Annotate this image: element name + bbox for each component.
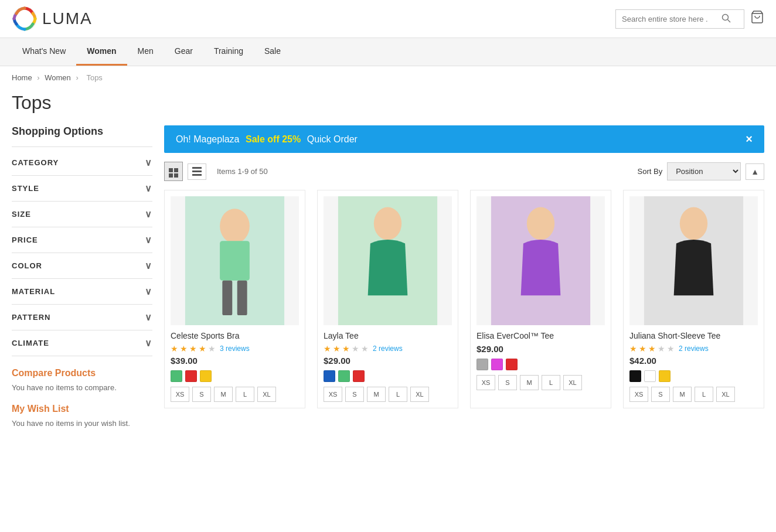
filter-pattern: PATTERN ∨ (12, 305, 152, 330)
filter-material-header[interactable]: MATERIAL ∨ (12, 279, 152, 304)
color-swatch-blue-2[interactable] (324, 370, 335, 382)
nav-item-gear[interactable]: Gear (164, 38, 203, 66)
color-swatch-purple-3[interactable] (491, 359, 503, 370)
size-xs-4[interactable]: XS (629, 387, 648, 402)
size-s-2[interactable]: S (345, 387, 364, 402)
product-link-2[interactable]: Layla Tee (324, 331, 359, 340)
sort-by-label: Sort By (638, 167, 663, 176)
star-2-4: ★ (352, 344, 359, 353)
filter-price-header[interactable]: PRICE ∨ (12, 227, 152, 253)
size-xl-2[interactable]: XL (410, 387, 429, 402)
size-m-2[interactable]: M (367, 387, 386, 402)
size-l-2[interactable]: L (389, 387, 407, 402)
product-image-2 (324, 196, 452, 325)
logo[interactable]: LUMA (12, 6, 93, 32)
shopping-options-title: Shopping Options (12, 125, 152, 147)
size-m-4[interactable]: M (673, 387, 692, 402)
nav-item-whats-new[interactable]: What's New (12, 38, 76, 66)
color-swatch-red-1[interactable] (185, 370, 197, 382)
nav-link-training[interactable]: Training (203, 38, 254, 64)
nav-link-gear[interactable]: Gear (164, 38, 203, 64)
product-stars-2: ★ ★ ★ ★ ★ 2 reviews (324, 344, 452, 353)
product-link-4[interactable]: Juliana Short-Sleeve Tee (629, 331, 720, 340)
size-xl-3[interactable]: XL (563, 375, 582, 390)
grid-view-button[interactable] (164, 162, 183, 181)
size-xl-1[interactable]: XL (257, 387, 276, 402)
product-card-1: Celeste Sports Bra ★ ★ ★ ★ ★ 3 reviews $… (164, 190, 305, 408)
svg-point-5 (220, 209, 250, 243)
color-swatch-yellow-4[interactable] (659, 370, 671, 382)
wish-list-title: My Wish List (12, 404, 152, 414)
reviews-link-1[interactable]: 3 reviews (220, 345, 250, 353)
product-price-3: $29.00 (477, 344, 605, 354)
sort-select[interactable]: Position Product Name Price (667, 162, 741, 180)
color-swatch-green-2[interactable] (338, 370, 350, 382)
nav-item-sale[interactable]: Sale (254, 38, 291, 66)
size-m-1[interactable]: M (214, 387, 233, 402)
sort-asc-button[interactable]: ▲ (746, 163, 764, 180)
chevron-down-icon-2: ∨ (145, 183, 152, 194)
product-price-2: $29.00 (324, 356, 452, 366)
list-view-button[interactable] (188, 163, 206, 180)
filter-category-header[interactable]: CATEGORY ∨ (12, 150, 152, 175)
color-swatch-gray-3[interactable] (477, 359, 488, 370)
product-colors-2 (324, 370, 452, 382)
size-l-4[interactable]: L (695, 387, 713, 402)
reviews-link-2[interactable]: 2 reviews (373, 345, 403, 353)
size-xs-1[interactable]: XS (171, 387, 189, 402)
nav-link-women[interactable]: Women (76, 38, 127, 66)
nav-link-men[interactable]: Men (127, 38, 164, 64)
wish-list-section: My Wish List You have no items in your w… (12, 404, 152, 428)
filter-color-header[interactable]: COLOR ∨ (12, 253, 152, 278)
size-s-4[interactable]: S (651, 387, 670, 402)
search-input[interactable] (622, 15, 721, 23)
product-img-placeholder-2 (324, 196, 452, 325)
size-s-1[interactable]: S (192, 387, 211, 402)
promo-close-button[interactable]: × (746, 132, 753, 146)
product-card-3: Elisa EverCool™ Tee $29.00 XS S M L XL (470, 190, 611, 408)
nav-link-sale[interactable]: Sale (254, 38, 291, 64)
size-m-3[interactable]: M (520, 375, 539, 390)
nav-item-men[interactable]: Men (127, 38, 164, 66)
filter-price-label: PRICE (12, 236, 38, 244)
wish-list-text: You have no items in your wish list. (12, 419, 152, 428)
size-l-1[interactable]: L (236, 387, 254, 402)
svg-rect-7 (222, 281, 232, 315)
filter-climate-header[interactable]: CLIMATE ∨ (12, 330, 152, 356)
filter-category-label: CATEGORY (12, 158, 59, 167)
color-swatch-black-4[interactable] (629, 370, 641, 382)
promo-prefix: Oh! Mageplaza (176, 134, 240, 144)
color-swatch-green-1[interactable] (171, 370, 182, 382)
color-swatch-white-4[interactable] (644, 370, 656, 382)
filter-pattern-header[interactable]: PATTERN ∨ (12, 305, 152, 330)
nav-link-whats-new[interactable]: What's New (12, 38, 76, 64)
svg-point-10 (374, 207, 401, 240)
breadcrumb-women[interactable]: Women (45, 73, 71, 82)
size-s-3[interactable]: S (498, 375, 517, 390)
search-box[interactable] (615, 9, 744, 29)
search-button[interactable] (721, 13, 731, 25)
nav-item-training[interactable]: Training (203, 38, 254, 66)
size-xl-4[interactable]: XL (716, 387, 735, 402)
product-name-1: Celeste Sports Bra (171, 331, 299, 340)
reviews-link-4[interactable]: 2 reviews (679, 345, 709, 353)
header-right (615, 9, 764, 29)
size-xs-2[interactable]: XS (324, 387, 342, 402)
breadcrumb-home[interactable]: Home (12, 73, 32, 82)
filter-size-label: SIZE (12, 210, 31, 219)
nav-item-women[interactable]: Women (76, 38, 127, 66)
product-stars-1: ★ ★ ★ ★ ★ 3 reviews (171, 344, 299, 353)
product-link-3[interactable]: Elisa EverCool™ Tee (477, 331, 554, 340)
cart-icon[interactable] (750, 10, 764, 28)
filter-style-header[interactable]: STYLE ∨ (12, 176, 152, 201)
size-l-3[interactable]: L (542, 375, 560, 390)
main-layout: Shopping Options CATEGORY ∨ STYLE ∨ SIZE… (0, 125, 776, 428)
product-price-4: $42.00 (629, 356, 758, 366)
product-link-1[interactable]: Celeste Sports Bra (171, 331, 240, 340)
size-xs-3[interactable]: XS (477, 375, 495, 390)
color-swatch-red-3[interactable] (506, 359, 518, 370)
color-swatch-yellow-1[interactable] (200, 370, 212, 382)
logo-text: LUMA (42, 9, 93, 28)
color-swatch-red-2[interactable] (353, 370, 365, 382)
filter-size-header[interactable]: SIZE ∨ (12, 202, 152, 227)
